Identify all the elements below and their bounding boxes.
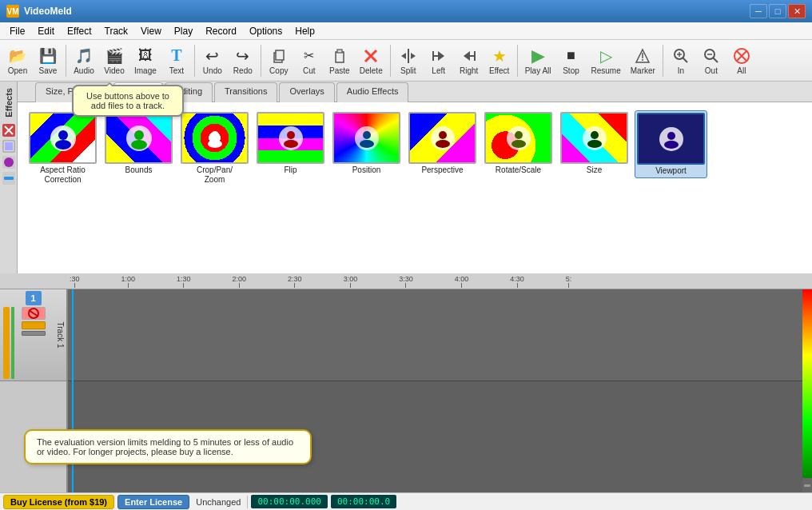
cut-button[interactable]: ✂ Cut xyxy=(295,43,324,78)
effect-thumb-position xyxy=(332,112,400,164)
svg-point-59 xyxy=(664,141,679,149)
menu-edit[interactable]: Edit xyxy=(31,24,61,38)
ruler-mark-7: 4:00 xyxy=(455,275,469,288)
tab-transitions[interactable]: Transitions xyxy=(214,82,277,102)
zoom-out-label: Out xyxy=(705,66,718,75)
ruler-mark-3: 2:00 xyxy=(233,275,247,288)
left-button[interactable]: Left xyxy=(424,43,453,78)
effect-rotate-scale[interactable]: Rotate/Scale xyxy=(483,110,554,177)
volume-slider[interactable] xyxy=(802,478,812,492)
svg-point-41 xyxy=(208,140,222,148)
menu-file[interactable]: File xyxy=(3,24,31,38)
undo-button[interactable]: ↩ Undo xyxy=(198,43,227,78)
text-label: Text xyxy=(169,66,184,75)
svg-point-39 xyxy=(131,140,147,149)
close-button[interactable]: ✕ xyxy=(788,4,806,18)
effect-aspect-ratio[interactable]: Aspect RatioCorrection xyxy=(27,110,98,186)
svg-marker-9 xyxy=(438,51,444,61)
effect-label-rotate: Rotate/Scale xyxy=(496,165,541,175)
effect-perspective[interactable]: Perspective xyxy=(407,110,478,177)
audio-button[interactable]: 🎵 Audio xyxy=(70,43,98,78)
menu-record[interactable]: Record xyxy=(199,24,243,38)
effect-size[interactable]: Size xyxy=(559,110,630,177)
minimize-button[interactable]: ─ xyxy=(750,4,767,18)
track-volume-bar[interactable] xyxy=(22,331,46,336)
effect-flip[interactable]: Flip xyxy=(255,110,326,177)
effect-thumb-viewport xyxy=(637,113,705,165)
svg-point-53 xyxy=(511,140,526,148)
sidebar-btn-2[interactable] xyxy=(2,140,15,153)
video-button[interactable]: 🎬 Video xyxy=(100,43,129,78)
play-all-label: Play All xyxy=(525,66,551,75)
svg-line-23 xyxy=(713,58,718,62)
all-button[interactable]: All xyxy=(727,43,756,78)
audio-icon: 🎵 xyxy=(74,46,94,66)
svg-marker-7 xyxy=(401,53,406,59)
menu-effect[interactable]: Effect xyxy=(61,24,98,38)
svg-point-32 xyxy=(4,157,14,167)
svg-rect-33 xyxy=(4,177,14,180)
track-mute-button[interactable] xyxy=(22,307,46,320)
effect-crop-pan-zoom[interactable]: Crop/Pan/Zoom xyxy=(179,110,250,186)
open-icon: 📂 xyxy=(8,46,27,66)
effect-bounds[interactable]: Bounds xyxy=(103,110,174,177)
marker-button[interactable]: Marker xyxy=(627,43,659,78)
effect-thumb-rotate xyxy=(484,112,552,164)
sep6 xyxy=(663,45,663,77)
copy-label: Copy xyxy=(269,66,288,75)
zoom-out-button[interactable]: Out xyxy=(697,43,726,78)
sep3 xyxy=(261,45,261,77)
effect-button[interactable]: ★ Effect xyxy=(485,43,514,78)
svg-line-19 xyxy=(683,58,687,62)
tab-audio-effects[interactable]: Audio Effects xyxy=(336,82,409,102)
split-button[interactable]: Split xyxy=(394,43,423,78)
text-icon: T xyxy=(167,46,186,66)
effect-thumb-crop xyxy=(181,112,249,164)
sidebar-btn-1[interactable] xyxy=(2,124,15,137)
zoom-in-button[interactable]: In xyxy=(667,43,695,78)
image-label: Image xyxy=(134,66,157,75)
video-icon: 🎬 xyxy=(105,46,124,66)
effect-viewport[interactable]: Viewport xyxy=(635,110,707,178)
save-button[interactable]: 💾 Save xyxy=(34,43,62,78)
svg-rect-3 xyxy=(337,50,342,53)
open-label: Open xyxy=(8,66,27,75)
cut-label: Cut xyxy=(303,66,316,75)
effect-thumb-perspective xyxy=(408,112,476,164)
menu-view[interactable]: View xyxy=(134,24,168,38)
paste-button[interactable]: Paste xyxy=(325,43,354,78)
effect-label-perspective: Perspective xyxy=(421,165,463,175)
svg-rect-2 xyxy=(336,52,344,62)
video-label: Video xyxy=(104,66,124,75)
svg-point-35 xyxy=(58,130,68,140)
stop-button[interactable]: ■ Stop xyxy=(557,43,586,78)
status-unchanged: Unchanged xyxy=(193,497,244,507)
open-button[interactable]: 📂 Open xyxy=(3,43,32,78)
delete-button[interactable]: Delete xyxy=(356,43,387,78)
tooltip-text: Use buttons above to add files to a trac… xyxy=(86,91,169,110)
menu-options[interactable]: Options xyxy=(243,24,289,38)
effect-position[interactable]: Position xyxy=(331,110,402,177)
resume-button[interactable]: ▷ Resume xyxy=(587,43,625,78)
menu-play[interactable]: Play xyxy=(168,24,199,38)
play-all-button[interactable]: ▶ Play All xyxy=(521,43,555,78)
right-label: Right xyxy=(460,66,478,75)
text-button[interactable]: T Text xyxy=(162,43,191,78)
tab-overlays[interactable]: Overlays xyxy=(279,82,334,102)
svg-point-38 xyxy=(134,130,144,140)
redo-label: Redo xyxy=(233,66,253,75)
redo-button[interactable]: ↪ Redo xyxy=(229,43,257,78)
svg-point-58 xyxy=(667,132,675,140)
track-1-row[interactable] xyxy=(68,289,802,381)
enter-license-button[interactable]: Enter License xyxy=(117,495,189,509)
copy-button[interactable]: Copy xyxy=(265,43,293,78)
maximize-button[interactable]: □ xyxy=(769,4,786,18)
menu-track[interactable]: Track xyxy=(98,24,135,38)
svg-point-50 xyxy=(436,140,450,148)
right-button[interactable]: Right xyxy=(455,43,484,78)
sidebar-btn-3[interactable] xyxy=(2,156,15,169)
sidebar-btn-4[interactable] xyxy=(2,172,15,185)
buy-license-button[interactable]: Buy License (from $19) xyxy=(3,495,114,509)
menu-help[interactable]: Help xyxy=(289,24,321,38)
image-button[interactable]: 🖼 Image xyxy=(130,43,161,78)
